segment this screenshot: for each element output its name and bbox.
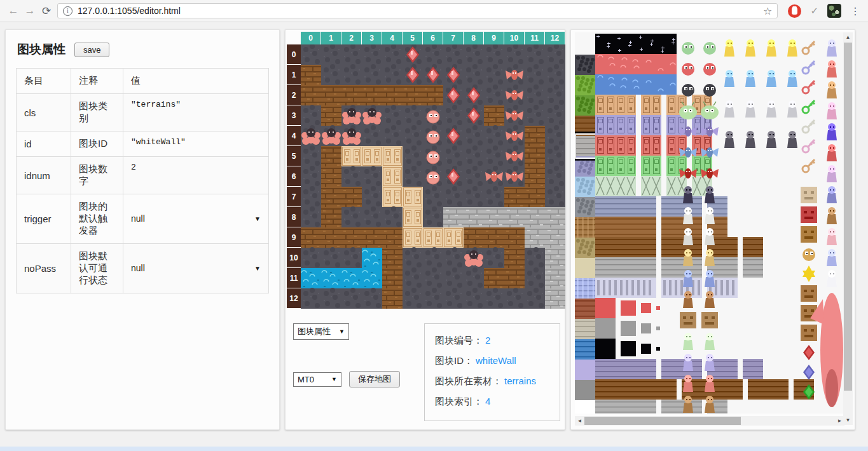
- tileset-canvas[interactable]: [575, 32, 843, 414]
- map-row-header-3: 3: [287, 105, 301, 126]
- chevron-down-icon: ▼: [254, 265, 261, 272]
- profile-avatar[interactable]: [827, 4, 841, 18]
- map-row-header-5: 5: [287, 146, 301, 166]
- floor-select[interactable]: MT0 ▼: [293, 372, 341, 387]
- tile-info-box: 图块编号：2图块ID：whiteWall图块所在素材：terrains图块索引：…: [424, 323, 560, 421]
- property-key: trigger: [17, 194, 71, 244]
- map-row-header-0: 0: [287, 44, 301, 65]
- property-value: "terrains": [123, 94, 269, 131]
- info-label: 图块编号：: [435, 335, 483, 346]
- horizontal-scrollbar[interactable]: ◄ ►: [575, 416, 844, 426]
- property-comment: 图块ID: [71, 131, 123, 157]
- palm-shape: [792, 8, 797, 15]
- map-row-header-7: 7: [287, 187, 301, 207]
- map-col-header-3: 3: [362, 32, 382, 44]
- property-value: "whiteWall": [123, 131, 269, 157]
- editor-page: 图块属性 save 条目 注释 值 cls图块类别"terrains"id图块I…: [5, 29, 868, 430]
- save-map-button[interactable]: 保存地图: [349, 371, 400, 387]
- browser-toolbar: ← → ⟳ i 127.0.0.1:1055/editor.html ☆ ✓ ⋮: [0, 0, 868, 22]
- property-row-noPass: noPass图块默认可通行状态null▼: [17, 244, 269, 293]
- col-header-value: 值: [123, 69, 269, 94]
- map-row-header-10: 10: [287, 248, 301, 268]
- adblock-hand-icon[interactable]: [788, 4, 801, 18]
- property-select-noPass[interactable]: null▼: [131, 263, 261, 273]
- horizontal-scroll-thumb[interactable]: [584, 417, 741, 425]
- map-row-header-1: 1: [287, 65, 301, 85]
- map-col-header-9: 9: [484, 32, 504, 44]
- info-row: 图块索引：4: [435, 396, 549, 408]
- url-text[interactable]: 127.0.0.1:1055/editor.html: [78, 6, 763, 16]
- info-row: 图块所在素材：terrains: [435, 375, 549, 387]
- map-col-header-5: 5: [403, 32, 423, 44]
- scroll-down-icon[interactable]: ▼: [843, 415, 853, 425]
- info-value[interactable]: terrains: [504, 375, 536, 386]
- save-button[interactable]: save: [74, 43, 109, 57]
- page-info-icon[interactable]: i: [63, 6, 72, 16]
- info-value[interactable]: 2: [485, 335, 490, 346]
- info-label: 图块所在素材：: [435, 375, 502, 386]
- browser-menu-icon[interactable]: ⋮: [850, 5, 859, 17]
- map-col-header-2: 2: [341, 32, 362, 44]
- col-header-key: 条目: [17, 69, 71, 94]
- map-col-header-7: 7: [443, 32, 464, 44]
- info-value[interactable]: whiteWall: [476, 355, 516, 366]
- scroll-left-icon[interactable]: ◄: [575, 418, 584, 424]
- info-row: 图块编号：2: [435, 335, 549, 347]
- vertical-scrollbar[interactable]: ▲ ▼: [843, 32, 853, 425]
- scroll-right-icon[interactable]: ►: [835, 418, 844, 424]
- floor-value: MT0: [298, 375, 314, 384]
- tile-properties-panel: 图块属性 save 条目 注释 值 cls图块类别"terrains"id图块I…: [5, 29, 280, 430]
- property-value: 2: [123, 157, 269, 194]
- col-header-comment: 注释: [71, 69, 123, 94]
- map-row-headers: 0123456789101112: [287, 44, 301, 309]
- map-row-header-12: 12: [287, 288, 301, 309]
- bookmark-star-icon[interactable]: ☆: [763, 5, 772, 17]
- map-row-header-6: 6: [287, 166, 301, 187]
- extension-area: ✓ ⋮: [784, 4, 863, 18]
- forward-icon[interactable]: →: [22, 4, 38, 17]
- bottom-strip: [0, 447, 868, 451]
- info-label: 图块ID：: [435, 355, 473, 366]
- map-row-header-2: 2: [287, 85, 301, 105]
- chevron-down-icon: ▼: [339, 328, 345, 335]
- vertical-scroll-thumb[interactable]: [844, 43, 852, 391]
- reload-icon[interactable]: ⟳: [38, 4, 55, 18]
- map-col-header-4: 4: [382, 32, 403, 44]
- edit-mode-value: 图块属性: [298, 326, 331, 337]
- select-value: null: [131, 263, 145, 273]
- panel-title: 图块属性: [17, 41, 65, 58]
- map-col-header-8: 8: [464, 32, 484, 44]
- property-key: cls: [17, 94, 71, 131]
- property-key: id: [17, 131, 71, 157]
- property-comment: 图块的默认触发器: [71, 194, 123, 244]
- select-value: null: [131, 213, 145, 224]
- map-panel: 0123456789101112 0123456789101112 图块属性 ▼…: [285, 29, 565, 430]
- map-col-header-0: 0: [301, 32, 321, 44]
- info-row: 图块ID：whiteWall: [435, 355, 549, 367]
- tileset-panel: ▲ ▼ ◄ ►: [570, 29, 855, 430]
- map-row-header-4: 4: [287, 126, 301, 146]
- info-label: 图块索引：: [435, 396, 483, 407]
- back-icon[interactable]: ←: [5, 4, 22, 17]
- map-col-header-10: 10: [504, 32, 525, 44]
- map-col-header-12: 12: [545, 32, 565, 44]
- properties-table: 条目 注释 值 cls图块类别"terrains"id图块ID"whiteWal…: [16, 68, 269, 293]
- checkmark-extension-icon[interactable]: ✓: [810, 5, 818, 17]
- map-column-headers: 0123456789101112: [301, 32, 565, 44]
- edit-mode-select[interactable]: 图块属性 ▼: [293, 323, 349, 340]
- map-row-header-8: 8: [287, 207, 301, 227]
- property-row-cls: cls图块类别"terrains": [17, 94, 269, 131]
- property-row-trigger: trigger图块的默认触发器null▼: [17, 194, 269, 244]
- info-value[interactable]: 4: [485, 396, 490, 407]
- chevron-down-icon: ▼: [331, 376, 337, 382]
- map-row-header-11: 11: [287, 268, 301, 288]
- property-comment: 图块默认可通行状态: [71, 244, 123, 293]
- map-canvas[interactable]: [301, 44, 565, 309]
- address-bar[interactable]: i 127.0.0.1:1055/editor.html ☆: [57, 3, 778, 18]
- map-col-header-1: 1: [321, 32, 341, 44]
- property-key: noPass: [17, 244, 71, 293]
- property-comment: 图块数字: [71, 157, 123, 194]
- property-select-trigger[interactable]: null▼: [131, 213, 261, 224]
- scroll-up-icon[interactable]: ▲: [843, 32, 853, 42]
- map-col-header-11: 11: [525, 32, 545, 44]
